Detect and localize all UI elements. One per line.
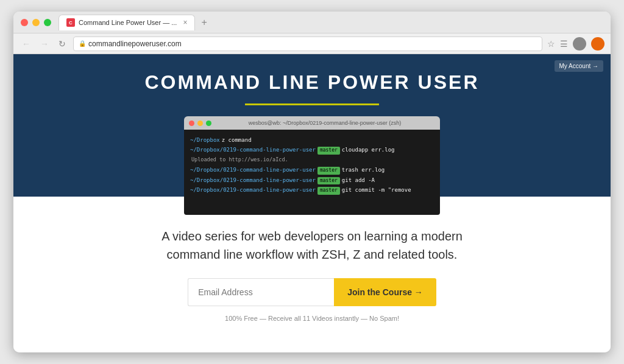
free-notice: 100% Free — Receive all 11 Videos instan…	[225, 315, 399, 322]
term-branch: master	[317, 187, 340, 195]
term-cmd: z command	[222, 136, 252, 144]
user-avatar[interactable]	[573, 37, 586, 51]
forward-button[interactable]: →	[38, 38, 51, 50]
terminal-close-dot	[189, 121, 194, 126]
term-cmd: git commit -m "remove	[342, 186, 411, 194]
tab-close-icon[interactable]: ×	[183, 18, 187, 27]
address-bar[interactable]: 🔒 commandlinepoweruser.com	[73, 37, 542, 51]
profile-icon[interactable]	[591, 37, 604, 51]
terminal-body: ~/Dropbox z command ~/Dropbox/0219-comma…	[184, 130, 440, 215]
hero-section: My Account → COMMAND LINE POWER USER wes…	[13, 54, 611, 197]
terminal-window: wesbos@wb: ~/Dropbox/0219-command-line-p…	[184, 116, 440, 215]
title-bar: C Command Line Power User — ... × +	[13, 12, 611, 33]
lower-section: A video series for web developers on lea…	[13, 197, 611, 352]
tab-title: Command Line Power User — ...	[79, 19, 177, 26]
new-tab-button[interactable]: +	[199, 17, 209, 28]
browser-window: C Command Line Power User — ... × + ← → …	[13, 12, 611, 352]
term-path: ~/Dropbox/0219-command-line-power-user	[190, 166, 316, 174]
reload-button[interactable]: ↻	[56, 38, 68, 50]
yellow-divider	[245, 103, 379, 105]
term-branch: master	[317, 177, 340, 185]
terminal-controls	[189, 121, 211, 126]
join-course-button[interactable]: Join the Course →	[334, 278, 436, 306]
terminal-line-1: ~/Dropbox z command	[190, 136, 434, 144]
terminal-line-3: Uploaded to http://wes.io/aIcd.	[190, 156, 434, 164]
tagline: A video series for web developers on lea…	[160, 227, 464, 264]
terminal-maximize-dot	[206, 121, 211, 126]
terminal-line-5: ~/Dropbox/0219-command-line-power-user m…	[190, 176, 434, 185]
terminal-line-4: ~/Dropbox/0219-command-line-power-user m…	[190, 166, 434, 175]
page-content: My Account → COMMAND LINE POWER USER wes…	[13, 54, 611, 352]
term-path: ~/Dropbox	[190, 136, 220, 144]
terminal-minimize-dot	[197, 121, 203, 126]
maximize-button[interactable]	[44, 19, 51, 26]
term-cmd: trash err.log	[342, 166, 385, 174]
terminal-line-6: ~/Dropbox/0219-command-line-power-user m…	[190, 186, 434, 195]
term-branch: master	[317, 167, 340, 175]
term-branch: master	[317, 147, 340, 155]
bookmark-icon[interactable]: ☆	[547, 39, 555, 49]
my-account-button[interactable]: My Account →	[555, 60, 603, 72]
terminal-line-2: ~/Dropbox/0219-command-line-power-user m…	[190, 145, 434, 155]
terminal-title-text: wesbos@wb: ~/Dropbox/0219-command-line-p…	[214, 120, 435, 126]
term-path: ~/Dropbox/0219-command-line-power-user	[190, 176, 316, 184]
close-button[interactable]	[21, 19, 28, 26]
signup-form: Join the Course →	[188, 278, 436, 306]
terminal-titlebar: wesbos@wb: ~/Dropbox/0219-command-line-p…	[184, 116, 440, 130]
reading-list-icon[interactable]: ☰	[560, 39, 568, 49]
site-title: COMMAND LINE POWER USER	[145, 71, 480, 94]
term-upload-text: Uploaded to http://wes.io/aIcd.	[191, 156, 288, 164]
window-controls	[21, 19, 51, 26]
nav-right-icons: ☆ ☰	[547, 37, 604, 51]
term-cmd: cloudapp err.log	[342, 145, 395, 154]
term-path: ~/Dropbox/0219-command-line-power-user	[190, 186, 316, 194]
minimize-button[interactable]	[32, 19, 40, 26]
term-cmd: git add -A	[342, 176, 375, 184]
term-path: ~/Dropbox/0219-command-line-power-user	[190, 145, 316, 154]
tab-favicon-icon: C	[66, 18, 75, 27]
url-text: commandlinepoweruser.com	[88, 40, 182, 48]
nav-bar: ← → ↻ 🔒 commandlinepoweruser.com ☆ ☰	[13, 33, 611, 54]
active-tab[interactable]: C Command Line Power User — ... ×	[58, 15, 195, 30]
back-button[interactable]: ←	[20, 38, 33, 50]
lock-icon: 🔒	[79, 40, 86, 47]
tab-bar: C Command Line Power User — ... × +	[58, 15, 603, 30]
email-input[interactable]	[188, 278, 334, 306]
